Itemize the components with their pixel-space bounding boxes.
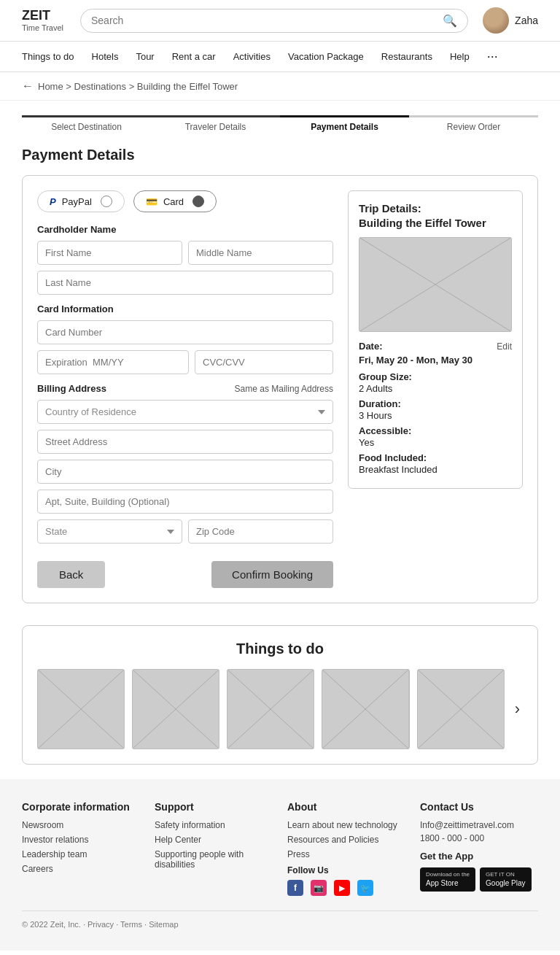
country-select[interactable]: Country of Residence	[37, 400, 333, 424]
nav-item-activities[interactable]: Activities	[233, 51, 271, 62]
google-play-badge[interactable]: GET IT ON Google Play	[480, 867, 531, 892]
footer-col-contact-title: Contact Us	[420, 801, 538, 813]
footer-link-press[interactable]: Press	[287, 849, 405, 859]
thing-card-3[interactable]	[227, 669, 314, 749]
search-input[interactable]	[91, 15, 437, 26]
last-name-field[interactable]	[37, 271, 333, 295]
footer-link-disabilities[interactable]: Supporting people with disabilities	[155, 849, 273, 870]
trip-group-size: Group Size: 2 Adults	[359, 371, 512, 394]
app-store-badge[interactable]: Download on the App Store	[420, 867, 475, 892]
footer-phone: 1800 - 000 - 000	[420, 833, 538, 843]
header: ZEIT Time Travel 🔍 Zaha	[0, 0, 560, 42]
state-select[interactable]: State	[37, 519, 182, 544]
middle-name-field[interactable]	[188, 241, 333, 265]
things-to-do-section: Things to do ›	[22, 625, 538, 765]
duration-label: Duration:	[359, 398, 512, 409]
footer-link-newsroom[interactable]: Newsroom	[22, 820, 140, 830]
paypal-method[interactable]: P PayPal	[37, 190, 125, 212]
instagram-icon[interactable]: 📷	[311, 880, 327, 896]
trip-food: Food Included: Breakfast Included	[359, 452, 512, 475]
footer-col-corporate-title: Corporate information	[22, 801, 140, 813]
nav-item-rent-a-car[interactable]: Rent a car	[172, 51, 216, 62]
payment-form: P PayPal 💳 Card Cardholder Name	[37, 190, 333, 588]
footer-link-technology[interactable]: Learn about new technology	[287, 820, 405, 830]
things-to-do-title: Things to do	[37, 641, 523, 657]
cvc-field[interactable]	[195, 350, 333, 374]
user-area: Zaha	[483, 7, 538, 34]
same-as-mailing: Same as Mailing Address	[235, 384, 333, 394]
cardholder-label: Cardholder Name	[37, 224, 333, 235]
footer-cols: Corporate information Newsroom Investor …	[22, 801, 538, 896]
payment-card: P PayPal 💳 Card Cardholder Name	[22, 175, 538, 603]
nav-item-hotels[interactable]: Hotels	[92, 51, 119, 62]
step-label-review-order: Review Order	[447, 122, 500, 132]
facebook-icon[interactable]: f	[287, 880, 303, 896]
confirm-booking-button[interactable]: Confirm Booking	[211, 561, 333, 588]
billing-label: Billing Address	[37, 383, 106, 394]
breadcrumb: ← Home > Destinations > Building the Eif…	[0, 72, 560, 101]
footer-link-safety[interactable]: Safety information	[155, 820, 273, 830]
footer-link-policies[interactable]: Resources and Policies	[287, 835, 405, 845]
logo-title: ZEIT	[22, 9, 66, 23]
footer: Corporate information Newsroom Investor …	[0, 779, 560, 951]
accessible-label: Accessible:	[359, 425, 512, 436]
street-field[interactable]	[37, 430, 333, 454]
twitter-icon[interactable]: 🐦	[357, 880, 373, 896]
zip-field[interactable]	[188, 519, 333, 544]
trip-date-row: Date: Edit	[359, 341, 512, 352]
main-content: P PayPal 💳 Card Cardholder Name	[0, 175, 560, 618]
trip-details-panel: Trip Details:Building the Eiffel Tower D…	[348, 190, 523, 588]
accessible-value: Yes	[359, 437, 374, 448]
paypal-radio	[101, 196, 112, 207]
thing-card-1[interactable]	[37, 669, 125, 749]
payment-methods: P PayPal 💳 Card	[37, 190, 333, 212]
search-icon: 🔍	[443, 14, 457, 28]
thing-card-4[interactable]	[322, 669, 409, 749]
avatar	[483, 7, 509, 34]
nav-item-restaurants[interactable]: Restaurants	[381, 51, 432, 62]
trip-details-card: Trip Details:Building the Eiffel Tower D…	[348, 190, 523, 489]
nav: Things to do Hotels Tour Rent a car Acti…	[0, 42, 560, 72]
step-label-traveler-details: Traveler Details	[185, 122, 246, 132]
footer-col-about: About Learn about new technology Resourc…	[287, 801, 405, 896]
footer-col-contact: Contact Us Info@zeittimetravel.com 1800 …	[420, 801, 538, 896]
footer-link-help-center[interactable]: Help Center	[155, 835, 273, 845]
trip-date-label: Date:	[359, 341, 383, 352]
card-info-section: Card Information	[37, 303, 333, 374]
trip-image	[359, 237, 512, 332]
breadcrumb-back-icon[interactable]: ←	[22, 80, 34, 93]
step-traveler-details: Traveler Details	[151, 115, 280, 132]
footer-bottom: © 2022 Zeit, Inc. · Privacy · Terms · Si…	[22, 910, 538, 929]
follow-us-label: Follow Us	[287, 865, 405, 875]
cardholder-section: Cardholder Name	[37, 224, 333, 303]
footer-link-careers[interactable]: Careers	[22, 864, 140, 874]
footer-col-support-title: Support	[155, 801, 273, 813]
card-number-field[interactable]	[37, 320, 333, 344]
nav-more-icon[interactable]: ···	[487, 49, 498, 64]
footer-link-leadership[interactable]: Leadership team	[22, 849, 140, 859]
state-zip-row: State	[37, 519, 333, 544]
things-grid: ›	[37, 669, 523, 749]
edit-link[interactable]: Edit	[497, 341, 512, 352]
first-name-field[interactable]	[37, 241, 182, 265]
card-method[interactable]: 💳 Card	[133, 190, 217, 212]
things-next-arrow[interactable]: ›	[512, 700, 523, 719]
thing-card-2[interactable]	[132, 669, 219, 749]
nav-item-vacation-package[interactable]: Vacation Package	[288, 51, 364, 62]
food-label: Food Included:	[359, 452, 512, 463]
app-badges: Download on the App Store GET IT ON Goog…	[420, 867, 538, 892]
nav-item-help[interactable]: Help	[450, 51, 470, 62]
apt-field[interactable]	[37, 490, 333, 514]
thing-card-5[interactable]	[417, 669, 505, 749]
nav-item-tour[interactable]: Tour	[136, 51, 154, 62]
group-size-value: 2 Adults	[359, 383, 392, 394]
back-button[interactable]: Back	[37, 561, 105, 588]
expiry-field[interactable]	[37, 350, 189, 374]
stepper: Select Destination Traveler Details Paym…	[0, 101, 560, 139]
footer-link-investor[interactable]: Investor relations	[22, 835, 140, 845]
nav-item-things-to-do[interactable]: Things to do	[22, 51, 74, 62]
paypal-label: PayPal	[62, 196, 92, 207]
card-label: Card	[163, 196, 184, 207]
city-field[interactable]	[37, 460, 333, 484]
youtube-icon[interactable]: ▶	[334, 880, 350, 896]
